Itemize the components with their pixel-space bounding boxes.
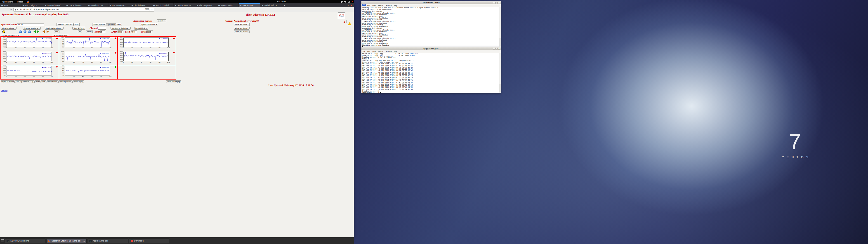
tab-waveform-capt[interactable]: Waveform capt... xyxy=(87,3,108,7)
tab-system-wide-c[interactable]: System wide C... xyxy=(217,3,239,7)
gallery-cell-aida04[interactable]: 1000095009000850080007500020040060080010… xyxy=(59,37,117,51)
empty-log-window-button[interactable]: Empty Log Window xyxy=(1,81,15,83)
list-tabs-chevron-icon[interactable]: ▾ xyxy=(348,4,349,6)
close-icon[interactable]: × xyxy=(498,48,500,50)
gallery-cell-aida07[interactable]: 9500900085008000750002004006008001000aid… xyxy=(118,37,176,51)
update-all-button[interactable]: Update All xyxy=(106,23,116,26)
tracking-shield-icon[interactable] xyxy=(15,9,16,11)
select-spectrum-dropdown[interactable]: Select a spectrum▾ xyxy=(57,23,75,26)
blue-ball-icon-3[interactable] xyxy=(28,30,31,33)
menu-file[interactable]: File xyxy=(363,50,365,53)
view-functions-dropdown[interactable]: View functions▾ xyxy=(1,27,17,30)
spectr um-name-input[interactable] xyxy=(17,23,44,26)
zoom-level-badge[interactable]: 80% xyxy=(145,8,149,11)
orange-right-arrow-icon[interactable] xyxy=(46,30,49,33)
reset-button[interactable]: Reset xyxy=(41,81,46,83)
taskbar-item[interactable]: >_npg@carme-gsi:~ xyxy=(88,238,128,243)
what-are-these-button-2[interactable]: What are these? xyxy=(234,27,250,30)
maximize-icon[interactable]: □ xyxy=(495,2,498,4)
new-tab-button[interactable]: + xyxy=(282,3,287,7)
tab-temperature-an[interactable]: Temperature an... xyxy=(174,3,195,7)
menu-view[interactable]: View xyxy=(372,4,376,6)
gallery-cell-aida08[interactable]: 9500900085008000750002004006008001000aid… xyxy=(1,51,59,65)
window-close-icon[interactable]: × xyxy=(351,4,352,7)
multi-button[interactable]: multi xyxy=(73,23,80,26)
how-to-use-button[interactable]: How to use this page xyxy=(166,81,181,83)
menu-applications[interactable]: Applications xyxy=(0,0,15,3)
gallery-cell-aida03[interactable]: 1000095009000850080007500020040060080010… xyxy=(1,37,59,51)
menu-terminal[interactable]: Terminal xyxy=(385,50,392,53)
menu-search[interactable]: Search xyxy=(378,50,383,53)
tab-plot-temperatu[interactable]: Plot Temperatu... xyxy=(195,3,217,7)
minimize-icon[interactable]: – xyxy=(493,48,495,50)
url-bar[interactable]: localhost:8015/Spectrum/Spectrum.tml 80%… xyxy=(13,8,154,11)
clock[interactable]: Sat 17:03 xyxy=(270,0,293,3)
tab-aida[interactable]: AIDA xyxy=(0,3,22,7)
reload-icon[interactable]: ↻ xyxy=(10,8,12,11)
layout-dropdown[interactable]: Layout ID=8▾ xyxy=(134,27,148,30)
show-log-window-button[interactable]: Show Log Window xyxy=(58,81,72,83)
tags-fits-dropdown[interactable]: Tags & Fits▾ xyxy=(72,27,85,30)
firefox-app-icon[interactable] xyxy=(27,1,29,3)
linear-button[interactable]: linear xyxy=(86,30,93,33)
menu-search[interactable]: Search xyxy=(378,4,383,6)
tab-fadc-align[interactable]: FADC Align & ... xyxy=(22,3,43,7)
volume-icon[interactable] xyxy=(344,1,346,3)
tab-statistics-car[interactable]: Statistics @ car... xyxy=(260,3,282,7)
tab-spectrum-bro[interactable]: Spectrum Bro... xyxy=(239,3,260,7)
analysis-functions-dropdown[interactable]: Analysis functions▾ xyxy=(45,27,64,30)
window-list-icon[interactable] xyxy=(1,239,4,242)
blue-ball-icon-1[interactable] xyxy=(19,30,22,33)
ymax-input[interactable] xyxy=(147,30,153,33)
menu-help[interactable]: Help xyxy=(394,4,397,6)
tray-red-x-icon[interactable]: × xyxy=(351,1,353,3)
update-button[interactable]: Update xyxy=(98,23,106,26)
minimize-icon[interactable]: – xyxy=(493,2,495,4)
radiation-icon[interactable] xyxy=(2,30,5,33)
xmax-input[interactable] xyxy=(118,30,123,33)
reload-button[interactable]: Reload xyxy=(34,81,40,83)
channel-input[interactable] xyxy=(98,27,106,30)
taskbar-item[interactable]: Spectrum Browser @ carme-gsi —... xyxy=(46,238,87,243)
home-link[interactable]: Home xyxy=(1,89,7,92)
gallery-cell-aida14[interactable]: 9500900085008000750002004006008001000aid… xyxy=(59,65,117,79)
green-left-arrow-icon[interactable] xyxy=(33,30,36,33)
gallery-cell-aida13[interactable]: 9500900085008000750002004006008001000aid… xyxy=(1,65,59,79)
arrange-functions-dropdown[interactable]: Arrange functions▾ xyxy=(23,27,41,30)
network-icon[interactable] xyxy=(348,1,350,3)
tab-gsi-white-rabb[interactable]: GSI White Rabb... xyxy=(108,3,130,7)
tab-discriminator[interactable]: Discriminator ... xyxy=(130,3,152,7)
gallery-cell-aida09[interactable]: 10000950090008500800002004006008001000ai… xyxy=(59,51,117,65)
zero-button[interactable]: Zero xyxy=(116,23,122,26)
enable-logging-button[interactable]: Enable Logging xyxy=(72,81,84,83)
url-text[interactable]: localhost:8015/Spectrum/Spectrum.tml xyxy=(20,8,144,11)
gallery-cell-aida10[interactable]: 1000095009000850080007500020040060080010… xyxy=(118,51,176,65)
bookmark-star-icon[interactable]: ☆ xyxy=(151,8,153,11)
tab-led-and-wavef[interactable]: LED and Wavef... xyxy=(43,3,65,7)
terminal-scrollbar[interactable] xyxy=(499,53,501,93)
xmin-input[interactable] xyxy=(100,30,105,33)
taskbar-item[interactable]: [AnyDesk] xyxy=(129,238,169,243)
what-are-these-button-3[interactable]: What are these? xyxy=(234,30,250,33)
what-are-these-button-1[interactable]: What are these? xyxy=(234,23,250,26)
taskbar-item[interactable]: >_AIDA MIDAS HTTPd xyxy=(5,238,45,243)
back-icon[interactable]: ← xyxy=(2,8,4,11)
forward-icon[interactable]: → xyxy=(6,8,8,11)
tab-lost-activity-mo[interactable]: Lost activity mo... xyxy=(65,3,87,7)
terminal-titlebar[interactable]: npg@carme-gsi:~ – □ × xyxy=(362,47,501,50)
terminal-titlebar[interactable]: AIDA MIDAS HTTPd – □ × xyxy=(362,1,501,4)
site-info-icon[interactable] xyxy=(18,9,19,10)
maximize-icon[interactable]: □ xyxy=(495,48,498,50)
menu-terminal[interactable]: Terminal xyxy=(385,4,392,6)
tab-asic-control[interactable]: ASIC Control @... xyxy=(152,3,174,7)
orange-left-arrow-icon[interactable] xyxy=(42,30,45,33)
show-variables-button[interactable]: Show Variables xyxy=(46,81,58,83)
green-right-arrow-icon[interactable] xyxy=(37,30,39,33)
menu-view[interactable]: View xyxy=(372,50,376,53)
spectra-functions-dropdown[interactable]: Spectra functions▾ xyxy=(140,23,158,26)
new-button[interactable]: new xyxy=(54,30,59,33)
accessibility-icon[interactable] xyxy=(341,1,343,3)
menu-edit[interactable]: Edit xyxy=(367,4,370,6)
acquisition-server-select[interactable]: aida09▾ xyxy=(157,20,166,22)
all-button[interactable]: all xyxy=(78,30,82,33)
